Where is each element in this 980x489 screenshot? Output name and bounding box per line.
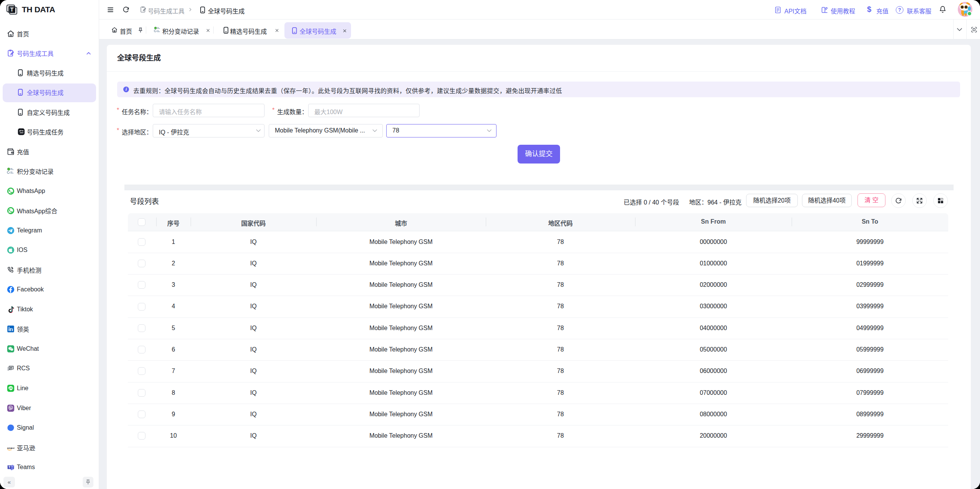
svg-text:zon: zon [11, 447, 15, 450]
